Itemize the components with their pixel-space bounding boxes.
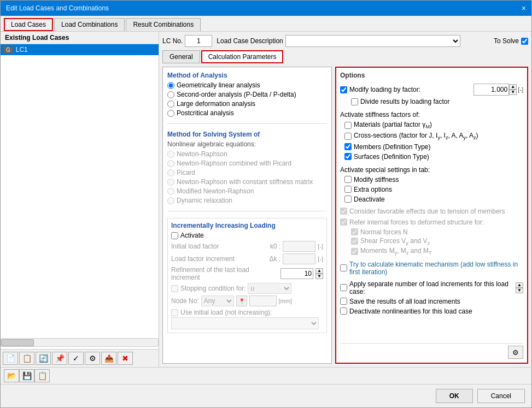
left-toolbar: 📄 📋 🔄 📌 ✓ ⚙ 📤 ✖ [1,349,159,367]
node-mm-label: [mm] [279,298,292,304]
refinement-spin-down[interactable]: ▼ [315,274,323,279]
radio-picard-label: Picard [177,169,195,176]
close-icon[interactable]: × [522,4,526,13]
save-results-checkbox[interactable] [340,298,347,305]
deactivate-label[interactable]: Deactivate [344,196,523,203]
options-bottom-icon-row: ⚙ [340,343,523,359]
deactivate-checkbox[interactable] [344,196,352,203]
radio-geometrically-linear-label: Geometrically linear analysis [177,81,260,89]
materials-checkbox[interactable] [344,122,352,129]
tab-general[interactable]: General [162,50,200,63]
toolbar-settings-btn[interactable]: ⚙ [85,352,100,365]
members-checkbox[interactable] [344,143,352,150]
radio-modified-newton-input [167,188,174,195]
list-item[interactable]: G LC1 [1,44,159,55]
tab-load-combinations[interactable]: Load Combinations [54,18,125,31]
radio-newton-raphson-label: Newton-Raphson [177,150,227,158]
save-results-label[interactable]: Save the results of all load increments [340,298,523,305]
deactivate-nonlinearities-checkbox[interactable] [340,308,347,315]
deactivate-text: Deactivate [354,196,385,203]
horizontal-scrollbar[interactable] [1,338,159,347]
consider-checkbox [340,208,347,215]
options-settings-btn[interactable]: ⚙ [508,346,523,359]
apply-increments-spin-up[interactable]: ▲ [516,282,523,288]
members-label[interactable]: Members (Definition Type) [344,143,523,151]
node-select: Any [201,295,234,306]
modify-loading-label[interactable]: Modify loading by factor: [340,86,420,93]
try-calculate-label[interactable]: Try to calculate kinematic mechanism (ad… [340,261,523,276]
separator-2 [167,211,327,211]
scrollbar-thumb [1,339,34,346]
lc-desc-select[interactable] [285,35,460,47]
refinement-spin-up[interactable]: ▲ [315,268,323,274]
initial-load-row: Initial load factor k0 : [-] [171,241,323,252]
node-label: Node No: [171,297,199,305]
radio-second-order-input[interactable] [167,91,174,98]
activate-checkbox[interactable] [171,232,178,239]
radio-dynamic-relaxation-input [167,197,174,204]
apply-separate-checkbox[interactable] [340,284,347,291]
tab-calculation-parameters[interactable]: Calculation Parameters [201,50,284,63]
modify-stiffness-text: Modify stiffness [354,176,399,184]
toolbar-delete-btn[interactable]: ✖ [118,352,133,365]
load-factor-unit: [-] [318,256,323,262]
activate-checkbox-label[interactable]: Activate [171,232,323,239]
surfaces-label[interactable]: Surfaces (Definition Type) [344,153,523,161]
modify-stiffness-checkbox[interactable] [344,176,352,183]
surfaces-checkbox[interactable] [344,153,352,160]
method-solving-title: Method for Solving System of [167,131,327,138]
divide-results-label[interactable]: Divide results by loading factor [351,98,523,105]
load-factor-symbol: Δk : [270,255,281,263]
apply-separate-label[interactable]: Apply separate number of load increments… [340,280,513,295]
modify-loading-input-group: ▲ ▼ [-] [473,84,523,96]
extra-options-label[interactable]: Extra options [344,186,523,193]
toolbar-refresh-btn[interactable]: 🔄 [36,352,51,365]
modify-loading-checkbox[interactable] [340,86,347,93]
materials-label[interactable]: Materials (partial factor γM) [344,121,523,129]
toolbar-new-btn[interactable]: 📄 [3,352,18,365]
radio-geometrically-linear-input[interactable] [167,82,174,89]
extra-options-checkbox[interactable] [344,186,352,193]
modify-loading-spin-up[interactable]: ▲ [509,84,517,90]
radio-postcritical[interactable]: Postcritical analysis [167,109,327,117]
tab-load-cases[interactable]: Load Cases [4,18,53,31]
special-settings-title: Activate special settings in tab: [340,166,523,174]
radio-picard: Picard [167,169,327,176]
modify-stiffness-label[interactable]: Modify stiffness [344,176,523,184]
deactivate-nonlinearities-label[interactable]: Deactivate nonlinearities for this load … [340,308,523,315]
cross-sections-checkbox[interactable] [344,133,352,140]
radio-postcritical-input[interactable] [167,110,174,117]
divide-results-checkbox[interactable] [351,98,358,105]
node-value-input [249,295,277,306]
tab-result-combinations[interactable]: Result Combinations [126,18,201,31]
modify-loading-spin-down[interactable]: ▼ [509,90,517,95]
radio-second-order[interactable]: Second-order analysis (P-Delta / P-delta… [167,91,327,98]
toolbar-assign-btn[interactable]: 📌 [52,352,67,365]
title-bar: Edit Load Cases and Combinations × [1,1,531,16]
to-solve-checkbox[interactable] [521,38,528,45]
cancel-button[interactable]: Cancel [477,389,525,403]
stiffness-title: Activate stiffness factors of: [340,111,523,119]
moments-label: Moments My, Mz and MT [351,247,523,256]
normal-forces-text: Normal forces N [360,228,408,236]
try-calculate-checkbox[interactable] [340,264,347,271]
lc-no-input[interactable] [185,35,212,47]
bottom-open-btn[interactable]: 📂 [4,369,19,382]
apply-increments-spin-down[interactable]: ▼ [516,288,523,293]
load-case-badge: G [4,46,13,54]
bottom-export-btn[interactable]: 📋 [34,369,50,382]
ok-button[interactable]: OK [436,389,473,403]
stiffness-title-text: Activate stiffness factors of: [340,111,420,119]
toolbar-check-btn[interactable]: ✓ [68,352,84,365]
toolbar-export-btn[interactable]: 📤 [101,352,116,365]
radio-geometrically-linear[interactable]: Geometrically linear analysis [167,81,327,89]
toolbar-copy-btn[interactable]: 📋 [19,352,34,365]
radio-large-deformation[interactable]: Large deformation analysis [167,100,327,108]
cross-sections-label[interactable]: Cross-sections (factor for J, Iy, Iz, A,… [344,132,523,140]
initial-load-unit: [-] [318,243,323,250]
modify-loading-value-input[interactable] [473,84,509,96]
modify-loading-text: Modify loading by factor: [349,86,420,93]
radio-large-deformation-input[interactable] [167,100,174,108]
bottom-save-btn[interactable]: 💾 [19,369,34,382]
refinement-input[interactable] [280,268,313,279]
